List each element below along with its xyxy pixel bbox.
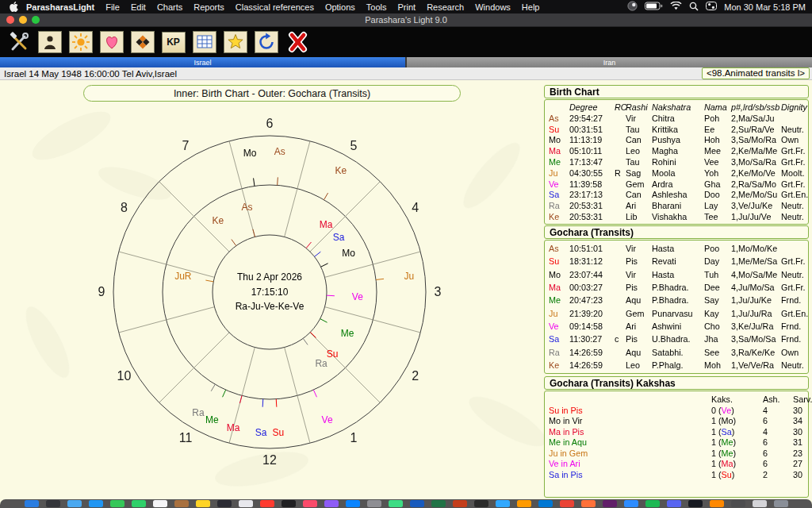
column-header: Degree xyxy=(569,102,615,112)
menu-classical-references[interactable]: Classical references xyxy=(230,2,320,12)
dock-app-icon[interactable] xyxy=(67,500,82,507)
heart-button[interactable] xyxy=(97,29,126,55)
menu-print[interactable]: Print xyxy=(393,2,422,12)
menu-clock[interactable]: Mon 30 Mar 5:18 PM xyxy=(724,2,806,12)
dock-app-icon[interactable] xyxy=(196,500,210,507)
planet-code: Mo xyxy=(549,270,569,279)
dock-app-icon[interactable] xyxy=(667,500,681,507)
menu-file[interactable]: File xyxy=(100,2,125,12)
natal-ke-label: Ke xyxy=(213,215,224,226)
planet-code: Sa xyxy=(549,334,569,344)
dock-app-icon[interactable] xyxy=(774,500,788,507)
dock-app-icon[interactable] xyxy=(132,500,146,507)
tab-israel[interactable]: Israel xyxy=(0,57,405,67)
dock-app-icon[interactable] xyxy=(89,500,103,507)
dock-app-icon[interactable] xyxy=(367,500,381,507)
search-icon[interactable] xyxy=(689,2,699,13)
cell: Lay xyxy=(704,201,731,210)
menu-tools[interactable]: Tools xyxy=(361,2,393,12)
zoom-window-button[interactable] xyxy=(32,16,40,24)
kaksha-planet-position: Me in Aqu xyxy=(549,437,711,447)
minimize-window-button[interactable] xyxy=(19,16,27,24)
cell: Vee xyxy=(704,157,731,167)
dock-app-icon[interactable] xyxy=(410,500,424,507)
battery-icon[interactable] xyxy=(645,2,663,12)
dock-app-icon[interactable] xyxy=(710,500,724,507)
star-button[interactable] xyxy=(220,29,250,55)
close-button[interactable] xyxy=(282,29,312,55)
menu-research[interactable]: Research xyxy=(421,2,469,12)
dock-app-icon[interactable] xyxy=(324,500,339,507)
menu-charts[interactable]: Charts xyxy=(151,2,188,12)
status-circle-icon[interactable] xyxy=(627,1,638,13)
dock-app-icon[interactable] xyxy=(731,500,745,507)
wifi-icon[interactable] xyxy=(670,2,682,12)
house-number-9: 9 xyxy=(98,285,105,299)
close-window-button[interactable] xyxy=(6,16,14,24)
transit-mo-label: Mo xyxy=(243,148,257,159)
dock-app-icon[interactable] xyxy=(753,500,767,507)
refresh-button[interactable] xyxy=(251,29,281,55)
dock-app-icon[interactable] xyxy=(538,500,553,507)
dock-app-icon[interactable] xyxy=(474,500,488,507)
gochara-row: Mo23:07:44VirHastaTuh4,Mo/Sa/MeNeutr. xyxy=(549,268,804,281)
dock-app-icon[interactable] xyxy=(282,500,296,507)
cell: 20:47:23 xyxy=(569,295,615,305)
dock-app-icon[interactable] xyxy=(174,500,189,507)
planet-code: Ra xyxy=(549,348,569,357)
dock-app-icon[interactable] xyxy=(603,500,617,507)
menu-bar: ParasharasLightFileEditChartsReportsClas… xyxy=(0,0,812,13)
planet-code: As xyxy=(549,114,569,123)
planet-code: Ju xyxy=(549,309,569,318)
apple-menu[interactable] xyxy=(6,2,21,12)
dock-app-icon[interactable] xyxy=(25,500,39,507)
kaksha-lord: Ma xyxy=(722,459,733,468)
dock-app-icon[interactable] xyxy=(645,500,660,507)
menu-help[interactable]: Help xyxy=(516,2,546,12)
cell: Pis xyxy=(626,283,652,292)
cell: 1,Me/Me/Sa xyxy=(731,256,781,266)
kaksha-row: Ju in Gem1 (Me)623 xyxy=(549,448,804,459)
menu-parasharaslight[interactable]: ParasharasLight xyxy=(21,2,100,12)
column-header: Nakshatra xyxy=(652,102,704,112)
tab-iran[interactable]: Iran xyxy=(407,57,812,67)
cell: Kay xyxy=(704,309,731,318)
dock-app-icon[interactable] xyxy=(153,500,167,507)
calendar-button[interactable] xyxy=(190,29,219,55)
person-button[interactable] xyxy=(35,29,64,55)
dock-app-icon[interactable] xyxy=(581,500,596,507)
dock-app-icon[interactable] xyxy=(389,500,403,507)
kp-button[interactable]: KP xyxy=(159,29,188,55)
menu-options[interactable]: Options xyxy=(320,2,361,12)
dock-app-icon[interactable] xyxy=(496,500,510,507)
cell: 14:26:59 xyxy=(569,348,615,357)
tools-button[interactable] xyxy=(4,29,33,55)
cell: 3,Ke/Ju/Ra xyxy=(731,321,781,331)
menu-reports[interactable]: Reports xyxy=(188,2,230,12)
control-center-icon[interactable] xyxy=(706,2,717,12)
dock-app-icon[interactable] xyxy=(46,500,60,507)
dock-app-icon[interactable] xyxy=(453,500,467,507)
cell: Grt.Fr. xyxy=(781,157,806,167)
kaksha-planet-position: Ve in Ari xyxy=(549,459,711,468)
dock-app-icon[interactable] xyxy=(560,500,574,507)
dock-app-icon[interactable] xyxy=(260,500,274,507)
dock-app-icon[interactable] xyxy=(431,500,446,507)
dock-app-icon[interactable] xyxy=(217,500,232,507)
dock-app-icon[interactable] xyxy=(239,500,253,507)
cell: 3,Sa/Mo/Ra xyxy=(731,135,781,144)
kaksha-planet-position: Mo in Vir xyxy=(549,416,711,425)
dock-app-icon[interactable] xyxy=(624,500,638,507)
menu-edit[interactable]: Edit xyxy=(125,2,151,12)
dock-app-icon[interactable] xyxy=(346,500,360,507)
cell: 11:13:19 xyxy=(569,135,615,144)
dice-button[interactable] xyxy=(128,29,157,55)
dock-app-icon[interactable] xyxy=(303,500,317,507)
dock-app-icon[interactable] xyxy=(110,500,124,507)
cell: Ari xyxy=(626,321,652,331)
dock-app-icon[interactable] xyxy=(688,500,703,507)
animated-transits-button[interactable]: <98.Animated transits l> xyxy=(702,67,810,79)
menu-windows[interactable]: Windows xyxy=(469,2,516,12)
sun-button[interactable] xyxy=(66,29,95,55)
dock-app-icon[interactable] xyxy=(517,500,531,507)
